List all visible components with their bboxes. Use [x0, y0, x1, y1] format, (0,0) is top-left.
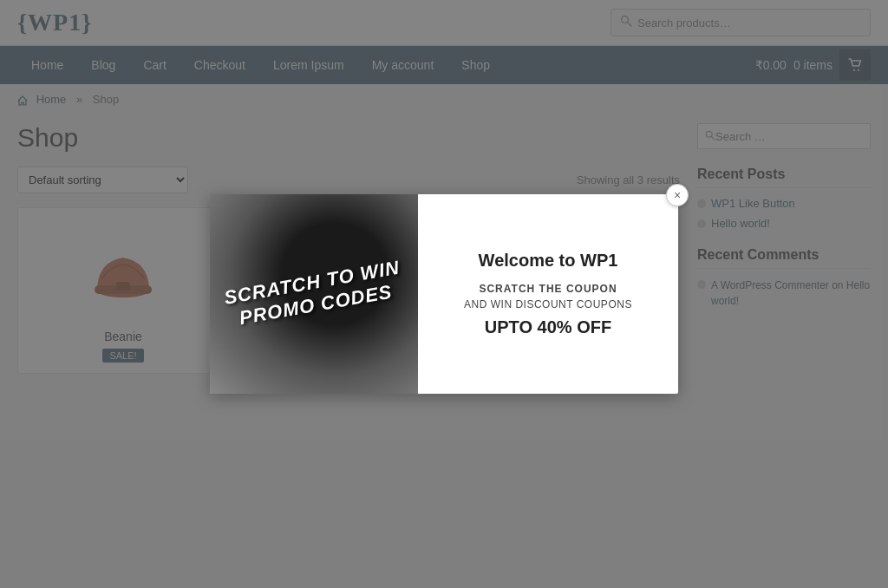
modal-content-panel: Welcome to WP1 SCRATCH THE COUPON AND WI…	[418, 194, 678, 391]
modal-title: Welcome to WP1	[479, 251, 618, 271]
modal-discount: UPTO 40% OFF	[485, 317, 611, 337]
promo-modal: × SCRATCH TO WIN PROMO CODES Welcome to …	[210, 194, 678, 391]
modal-overlay[interactable]: × SCRATCH TO WIN PROMO CODES Welcome to …	[0, 0, 888, 391]
modal-subtitle: SCRATCH THE COUPON	[479, 283, 617, 295]
modal-scratch-panel: SCRATCH TO WIN PROMO CODES	[210, 194, 418, 391]
modal-close-button[interactable]: ×	[666, 184, 689, 206]
modal-body-text: AND WIN DISCOUNT COUPONS	[464, 298, 632, 310]
